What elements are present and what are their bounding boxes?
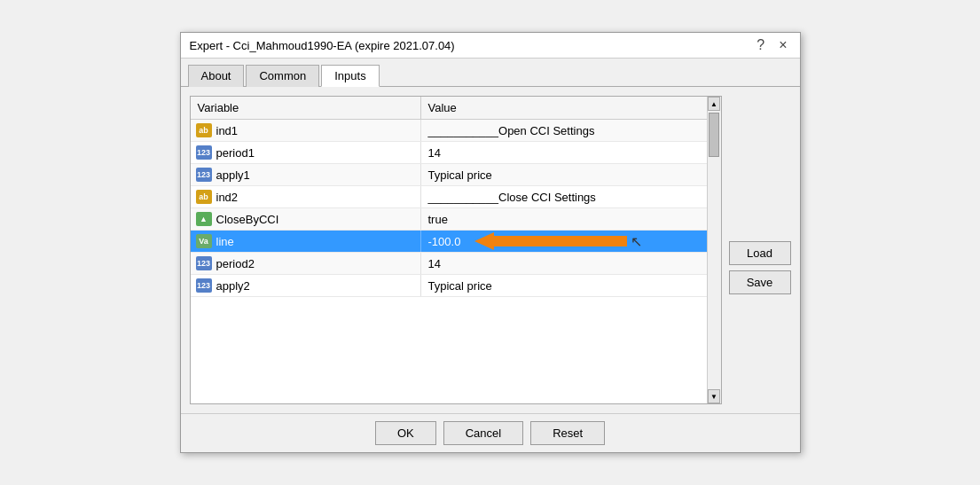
tab-inputs[interactable]: Inputs — [321, 65, 379, 87]
cell-value: 14 — [421, 143, 707, 163]
table-row[interactable]: 123 apply2 Typical price — [191, 275, 707, 297]
table-row-selected[interactable]: Va line -100.0 ↖ — [191, 231, 707, 253]
cell-value: Typical price — [421, 165, 707, 185]
cell-value: 14 — [421, 254, 707, 274]
table-row[interactable]: 123 apply1 Typical price — [191, 164, 707, 186]
load-button[interactable]: Load — [729, 241, 791, 265]
column-variable: Variable — [191, 97, 421, 119]
icon-123: 123 — [196, 278, 212, 293]
cell-value: true — [421, 209, 707, 230]
table-row[interactable]: ab ind2 ___________Close CCI Settings — [191, 186, 707, 208]
cell-value: ___________Close CCI Settings — [421, 187, 707, 207]
tabs-bar: About Common Inputs — [181, 59, 800, 87]
scroll-thumb[interactable] — [709, 113, 719, 157]
arrow-body — [494, 236, 627, 246]
close-button[interactable]: × — [775, 38, 790, 52]
table-header: Variable Value — [191, 97, 707, 120]
scroll-up-button[interactable]: ▲ — [708, 97, 720, 111]
icon-123: 123 — [196, 145, 212, 160]
cell-value: ___________Open CCI Settings — [421, 121, 707, 141]
content-area: Variable Value ab ind1 ___________Open C… — [181, 87, 800, 413]
cell-variable: ab ind2 — [191, 186, 421, 207]
reset-button[interactable]: Reset — [530, 421, 605, 445]
table-row[interactable]: 123 period2 14 — [191, 253, 707, 275]
inputs-table: Variable Value ab ind1 ___________Open C… — [191, 97, 707, 403]
icon-123: 123 — [196, 256, 212, 270]
cell-variable: ▲ CloseByCCI — [191, 208, 421, 230]
scrollbar[interactable]: ▲ ▼ — [707, 97, 721, 403]
icon-ab: ab — [196, 190, 212, 204]
table-row[interactable]: 123 period1 14 — [191, 142, 707, 164]
bottom-bar: OK Cancel Reset — [181, 413, 800, 452]
cell-variable: Va line — [191, 231, 421, 252]
cell-variable: 123 apply2 — [191, 275, 421, 296]
cell-value: -100.0 ↖ — [421, 231, 707, 252]
arrow-head — [474, 232, 494, 250]
cell-variable: 123 period2 — [191, 253, 421, 274]
scroll-down-button[interactable]: ▼ — [708, 389, 720, 403]
icon-triangle: ▲ — [196, 212, 212, 226]
cell-value: Typical price — [421, 276, 707, 296]
window-title: Expert - Cci_Mahmoud1990-EA (expire 2021… — [190, 39, 455, 52]
help-button[interactable]: ? — [753, 38, 768, 52]
annotation-arrow: ↖ — [474, 232, 642, 250]
cell-variable: 123 period1 — [191, 142, 421, 163]
cell-variable: 123 apply1 — [191, 164, 421, 185]
table-body: ab ind1 ___________Open CCI Settings 123… — [191, 120, 707, 403]
save-button[interactable]: Save — [729, 270, 791, 294]
side-buttons: Load Save — [729, 96, 791, 404]
table-row[interactable]: ▲ CloseByCCI true — [191, 208, 707, 231]
table-row[interactable]: ab ind1 ___________Open CCI Settings — [191, 120, 707, 142]
cursor-icon: ↖ — [631, 233, 642, 250]
column-value: Value — [421, 97, 707, 119]
tab-about[interactable]: About — [188, 65, 245, 87]
table-wrapper: Variable Value ab ind1 ___________Open C… — [190, 96, 722, 404]
tab-common[interactable]: Common — [246, 65, 319, 87]
icon-va: Va — [196, 234, 212, 248]
expert-window: Expert - Cci_Mahmoud1990-EA (expire 2021… — [180, 32, 801, 453]
icon-123: 123 — [196, 168, 212, 182]
cancel-button[interactable]: Cancel — [443, 421, 523, 445]
cell-variable: ab ind1 — [191, 120, 421, 141]
title-bar: Expert - Cci_Mahmoud1990-EA (expire 2021… — [181, 33, 800, 59]
icon-ab: ab — [196, 123, 212, 137]
title-controls: ? × — [753, 38, 790, 52]
ok-button[interactable]: OK — [375, 421, 436, 445]
